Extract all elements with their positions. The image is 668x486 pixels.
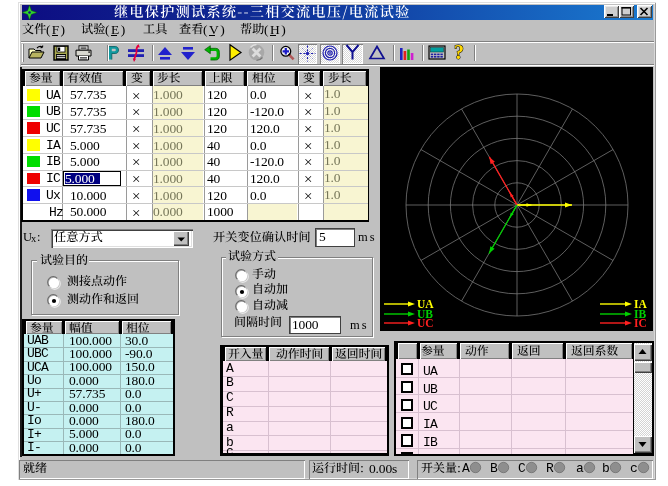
svg-text:UC: UC <box>417 317 434 329</box>
svg-text:IC: IC <box>634 317 647 329</box>
svg-text:?: ? <box>454 41 464 63</box>
